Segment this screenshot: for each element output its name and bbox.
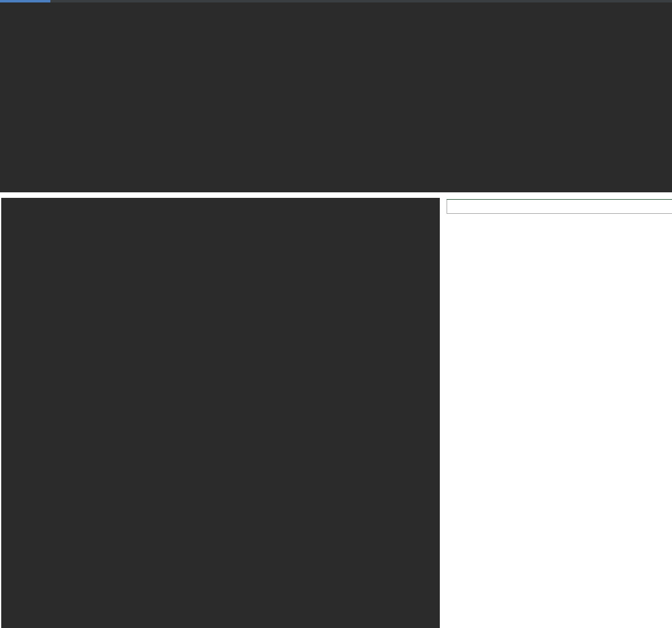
scrollbar-thumb[interactable] <box>0 0 50 2</box>
sentiment-results-console <box>1 198 440 628</box>
sheet-header-cell[interactable] <box>447 200 672 214</box>
horizontal-scrollbar[interactable] <box>0 0 672 2</box>
spreadsheet <box>447 199 672 628</box>
run-console <box>0 0 672 192</box>
